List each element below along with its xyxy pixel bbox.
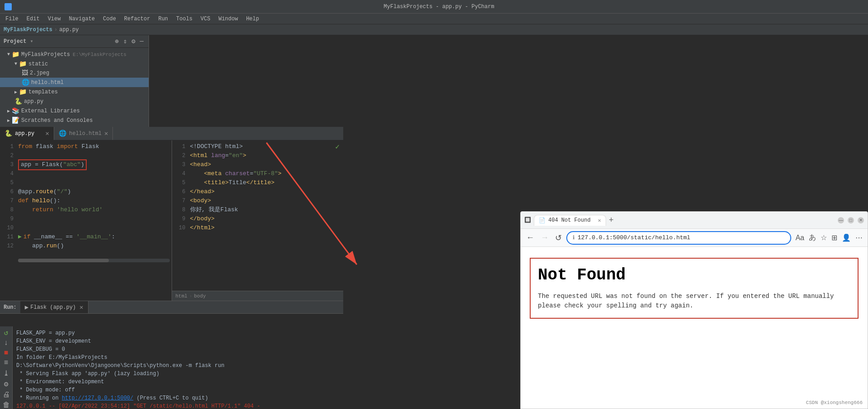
run-label: Run: [0, 301, 20, 313]
html-line-7: 7 <body> [172, 196, 344, 205]
tree-item-static[interactable]: ▼ 📁 static [0, 59, 149, 69]
tree-item-extlibs[interactable]: ▶ 📚 External Libraries [0, 106, 149, 116]
console-output[interactable]: FLASK_APP = app.py FLASK_ENV = developme… [13, 326, 343, 409]
console-line-3: FLASK_DEBUG = 0 [16, 345, 340, 353]
browser-tab[interactable]: 📄 404 Not Found ✕ [534, 215, 606, 226]
browser-tab-close-btn[interactable]: ✕ [598, 217, 601, 224]
menu-view[interactable]: View [44, 15, 65, 23]
tree-item-templates[interactable]: ▶ 📁 templates [0, 87, 149, 97]
browser-translate-btn[interactable]: あ [807, 232, 817, 244]
code-area-apppy[interactable]: 1 from flask import Flask 2 3 [0, 140, 172, 301]
editor-area: 🐍 app.py ✕ 🌐 hello.html ✕ [0, 127, 343, 301]
sidebar-settings-btn[interactable]: ⚙ [130, 37, 136, 46]
console-line-9: * Running on http://127.0.0.1:5000/ (Pre… [16, 394, 340, 402]
run-tab-close[interactable]: ✕ [79, 303, 83, 311]
sidebar-title: Project [4, 38, 26, 45]
browser-maximize-btn[interactable]: □ [848, 217, 854, 223]
tab-apppy[interactable]: 🐍 app.py ✕ [0, 127, 54, 140]
run-print-btn[interactable]: 🖨 [1, 390, 11, 399]
code-line-4: 4 [0, 169, 172, 178]
code-line-12: 12 app.run() [0, 242, 172, 251]
breadcrumb-bar: MyFlaskProjects › app.py [0, 24, 868, 35]
tree-item-2jpeg[interactable]: 🖼 2.jpeg [0, 69, 149, 78]
address-text: 127.0.0.1:5000/static/hello.html [578, 234, 691, 241]
sidebar-header: Project ▾ ⊕ ⇕ ⚙ — [0, 35, 149, 48]
console-line-4: In folder E:/MyFlaskProjects [16, 353, 340, 362]
not-found-description: The requested URL was not found on the s… [538, 292, 850, 311]
browser-content: Not Found The requested URL was not foun… [521, 247, 868, 409]
tree-label-static: static [28, 61, 48, 67]
flask-url-link[interactable]: http://127.0.0.1:5000/ [62, 395, 133, 401]
browser-back-btn[interactable]: ← [524, 232, 536, 243]
run-restart-btn[interactable]: ↺ [1, 328, 11, 337]
tree-item-scratches[interactable]: ▶ 📝 Scratches and Consoles [0, 116, 149, 125]
menu-window[interactable]: Window [215, 15, 242, 23]
menu-code[interactable]: Code [99, 15, 120, 23]
tab-label-hellohtml: hello.html [69, 130, 102, 137]
menu-run[interactable]: Run [154, 15, 172, 23]
sidebar-add-btn[interactable]: ⊕ [113, 37, 120, 46]
tree-item-apppy[interactable]: 🐍 app.py [0, 97, 149, 106]
code-line-5: 5 [0, 178, 172, 187]
code-line-11: 11 ▶if __name__ == '__main__': [0, 232, 172, 242]
browser-nav: ← → ↺ ℹ 127.0.0.1:5000/static/hello.html… [521, 229, 868, 247]
run-settings-btn[interactable]: ⚙ [1, 380, 11, 389]
browser-read-btn[interactable]: Aa [794, 232, 806, 243]
browser-nav-icons: Aa あ ☆ ⊞ 👤 ⋯ [794, 232, 864, 244]
run-stop-down[interactable]: ↓ [1, 339, 11, 347]
run-panel: Run: ▶ Flask (app.py) ✕ ↺ ↓ ■ ≡ ⤓ ⚙ 🖨 � [0, 301, 343, 409]
browser-reload-btn[interactable]: ↺ [553, 232, 564, 244]
tree-item-myflaskprojects[interactable]: ▼ 📁 MyFlaskProjects E:\MyFlaskProjects [0, 50, 149, 59]
browser-more-btn[interactable]: ⋯ [854, 232, 864, 243]
browser-address-bar[interactable]: ℹ 127.0.0.1:5000/static/hello.html [566, 231, 791, 245]
menu-help[interactable]: Help [243, 15, 263, 23]
run-scroll-lock[interactable]: ⤓ [1, 369, 11, 378]
browser-new-tab-btn[interactable]: + [609, 216, 614, 225]
browser-profile-btn[interactable]: 👤 [840, 232, 852, 243]
tree-item-hellohtml[interactable]: 🌐 hello.html [0, 78, 149, 87]
title-bar: MyFlaskProjects - app.py - PyCharm [0, 0, 868, 14]
tab-close-apppy[interactable]: ✕ [46, 130, 49, 137]
menu-refactor[interactable]: Refactor [121, 15, 154, 23]
run-trash-btn[interactable]: 🗑 [1, 401, 11, 409]
tab-hellohtml[interactable]: 🌐 hello.html ✕ [54, 127, 113, 140]
code-line-10: 10 [0, 223, 172, 232]
console-line-5: D:\Software\PythonVenv\Djangoone\Scripts… [16, 362, 340, 370]
editor-pane-hellohtml: ✓ 1 <!DOCTYPE html> 2 <html lang="en"> [172, 140, 344, 301]
html-line-3: 3 <head> [172, 160, 344, 169]
menu-tools[interactable]: Tools [173, 15, 196, 23]
browser-forward-btn[interactable]: → [539, 232, 551, 243]
breadcrumb-body: body [194, 293, 206, 299]
tree-label-myflaskprojects: MyFlaskProjects [21, 51, 70, 58]
not-found-container: Not Found The requested URL was not foun… [530, 258, 859, 319]
app-icon [5, 3, 12, 10]
menu-file[interactable]: File [2, 15, 22, 23]
sidebar-minimize-btn[interactable]: — [139, 37, 145, 46]
html-line-1: 1 <!DOCTYPE html> [172, 142, 344, 151]
browser-collections-btn[interactable]: ⊞ [830, 232, 839, 243]
menu-edit[interactable]: Edit [23, 15, 43, 23]
run-step-btn[interactable]: ≡ [1, 359, 11, 367]
code-area-hellohtml[interactable]: ✓ 1 <!DOCTYPE html> 2 <html lang="en"> [172, 140, 344, 291]
editor-tab-bar: 🐍 app.py ✕ 🌐 hello.html ✕ [0, 127, 343, 140]
browser-tab-title: 404 Not Found [548, 217, 591, 223]
sidebar-expand-btn[interactable]: ⇕ [122, 37, 128, 46]
breadcrumb-project[interactable]: MyFlaskProjects [4, 27, 52, 33]
sidebar-dropdown-arrow[interactable]: ▾ [30, 38, 33, 45]
run-tab-flask[interactable]: ▶ Flask (app.py) ✕ [20, 301, 89, 313]
menu-navigate[interactable]: Navigate [65, 15, 98, 23]
browser-minimize-btn[interactable]: — [838, 217, 844, 223]
tab-close-hellohtml[interactable]: ✕ [104, 130, 108, 137]
browser-close-btn[interactable]: ✕ [858, 217, 864, 223]
tree-label-apppy: app.py [24, 98, 43, 105]
window-title: MyFlaskProjects - app.py - PyCharm [384, 4, 495, 10]
html-line-2: 2 <html lang="en"> [172, 151, 344, 160]
run-stop-btn[interactable]: ■ [1, 349, 11, 357]
html-line-6: 6 </head> [172, 187, 344, 196]
browser-favorites-btn[interactable]: ☆ [819, 232, 828, 243]
address-lock-icon: ℹ [573, 234, 575, 241]
menu-vcs[interactable]: VCS [197, 15, 214, 23]
run-toolbar: ↺ ↓ ■ ≡ ⤓ ⚙ 🖨 🗑 [0, 326, 13, 409]
browser-window-controls: — □ ✕ [838, 217, 864, 223]
project-tree: ▼ 📁 MyFlaskProjects E:\MyFlaskProjects ▼… [0, 48, 149, 127]
